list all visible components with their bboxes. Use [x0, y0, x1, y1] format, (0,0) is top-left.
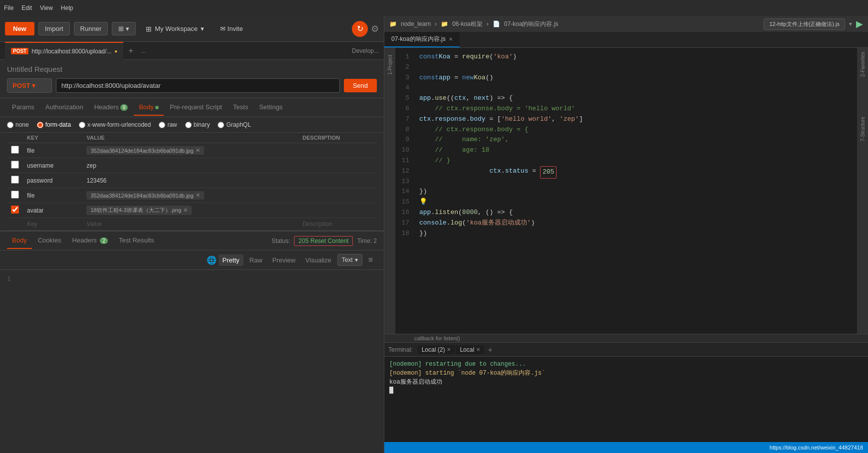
workspace-chevron: ▾: [201, 25, 204, 32]
terminal-add-button[interactable]: +: [485, 346, 495, 354]
row-value: 352daa384124de184ac83cb6ba091db.jpg ✕: [82, 143, 298, 158]
resp-visualize-btn[interactable]: Visualize: [301, 254, 335, 266]
row-checkbox[interactable]: [11, 161, 19, 169]
row-desc: [298, 143, 377, 158]
breadcrumb-sep2: ›: [487, 20, 489, 27]
placeholder-key[interactable]: Key: [23, 218, 82, 230]
radio-none[interactable]: none: [7, 121, 29, 128]
tab-add-button[interactable]: +: [125, 46, 136, 55]
side-project[interactable]: 1-Project: [386, 52, 394, 78]
request-tab[interactable]: POST http://localhost:8000/upload/... ●: [5, 42, 123, 60]
runner-button[interactable]: Runner: [74, 22, 108, 35]
tab-close-icon[interactable]: ✕: [449, 36, 453, 42]
row-value: 18软件工程4-3班课表（大二下）.png ✕: [82, 203, 298, 218]
resp-wrap-btn[interactable]: ≡: [364, 253, 377, 266]
response-section: Body Cookies Headers 2 Test Results Stat…: [0, 230, 384, 453]
row-key: password: [23, 173, 82, 188]
breadcrumb-sep1: ›: [435, 20, 437, 27]
tab-body[interactable]: Body: [134, 99, 164, 116]
file-remove-icon[interactable]: ✕: [196, 147, 200, 154]
sync-button[interactable]: ↻: [352, 21, 368, 37]
file-badge: 352daa384124de184ac83cb6ba091db.jpg ✕: [86, 191, 204, 200]
menu-file[interactable]: File: [4, 4, 13, 11]
invite-button[interactable]: ✉ Invite: [214, 22, 249, 35]
menu-view[interactable]: View: [40, 4, 53, 11]
sync-icon: ↻: [357, 24, 363, 33]
menu-help[interactable]: Help: [61, 4, 73, 11]
row-checkbox[interactable]: [11, 191, 19, 199]
radio-url-encoded[interactable]: x-www-form-urlencoded: [79, 121, 151, 128]
run-icon[interactable]: ▶: [856, 18, 863, 29]
terminal-line: koa服务器启动成功: [389, 378, 863, 387]
folder-icon: 📁: [389, 20, 397, 27]
tab-params[interactable]: Params: [7, 99, 39, 116]
tab-settings[interactable]: Settings: [254, 99, 288, 116]
resp-tab-tests[interactable]: Test Results: [114, 232, 159, 249]
send-button[interactable]: Send: [344, 79, 377, 92]
resp-preview-btn[interactable]: Preview: [269, 254, 299, 266]
row-desc: [298, 188, 377, 203]
method-label: POST: [12, 82, 30, 89]
row-desc: [298, 173, 377, 188]
side-favorites[interactable]: 2-Favorites: [860, 52, 866, 77]
radio-graphql[interactable]: GraphQL: [218, 121, 251, 128]
side-indicators: 1-Project: [384, 48, 395, 334]
terminal-tab-local[interactable]: Local ✕: [456, 345, 484, 354]
row-checkbox[interactable]: [11, 176, 19, 184]
method-select[interactable]: POST ▾: [7, 78, 52, 93]
terminal: Terminal: Local (2) ✕ Local ✕ + [nodemon…: [384, 342, 868, 442]
radio-raw[interactable]: raw: [159, 121, 177, 128]
headers-count-badge: 9: [120, 104, 128, 111]
body-type-row: none form-data x-www-form-urlencoded raw…: [0, 117, 384, 133]
tab-headers[interactable]: Headers9: [89, 99, 133, 116]
response-status-area: Status: 205 Reset Content Time: 2: [272, 236, 377, 246]
settings-icon[interactable]: ⚙: [371, 23, 379, 34]
terminal-line: [nodemon] restarting due to changes...: [389, 360, 863, 369]
tab-method-badge: POST: [11, 48, 28, 54]
menu-edit[interactable]: Edit: [21, 4, 32, 11]
editor-area: 1-Project 12345 678910 1112131415 161718…: [384, 48, 868, 334]
terminal-tab-local2[interactable]: Local (2) ✕: [418, 345, 455, 354]
postman-toolbar: New Import Runner ⊞ ▾ ⊞ My Workspace ▾ ✉…: [0, 16, 384, 42]
resp-pretty-btn[interactable]: Pretty: [219, 254, 244, 266]
row-checkbox[interactable]: [11, 206, 19, 214]
table-row-empty: Key Value Description: [7, 218, 377, 230]
vscode-titlebar: 📁 node_learn › 📁 06-koa框架 › 📄 07-koa的响应内…: [384, 16, 868, 32]
workspace-button[interactable]: ⊞ My Workspace ▾: [140, 22, 210, 35]
status-badge: 205 Reset Content: [294, 236, 353, 246]
tab-tests[interactable]: Tests: [228, 99, 253, 116]
tab-authorization[interactable]: Authorization: [40, 99, 88, 116]
row-key: avatar: [23, 203, 82, 218]
develop-tab[interactable]: Develop...: [352, 47, 379, 54]
resp-tab-body[interactable]: Body: [7, 232, 32, 249]
url-input[interactable]: [56, 78, 340, 93]
import-button[interactable]: Import: [38, 22, 70, 35]
tab-menu-button[interactable]: ...: [138, 47, 149, 54]
placeholder-value[interactable]: Value: [82, 218, 298, 230]
col-value: VALUE: [82, 133, 298, 143]
layout-button[interactable]: ⊞ ▾: [112, 22, 136, 35]
resp-raw-btn[interactable]: Raw: [246, 254, 267, 266]
side-structure[interactable]: 7-Structure: [860, 117, 866, 141]
globe-icon[interactable]: 🌐: [207, 255, 217, 265]
resp-format-chevron: ▾: [355, 256, 358, 263]
new-button[interactable]: New: [5, 22, 34, 35]
file2-tab[interactable]: 12-http文件上传(正确做法).js: [764, 18, 845, 30]
tab-pre-script[interactable]: Pre-request Script: [165, 99, 227, 116]
tabs-bar: POST http://localhost:8000/upload/... ● …: [0, 42, 384, 60]
file-remove-icon[interactable]: ✕: [183, 207, 188, 214]
radio-binary[interactable]: binary: [185, 121, 210, 128]
file-remove-icon[interactable]: ✕: [196, 192, 200, 199]
term-close-icon[interactable]: ✕: [447, 347, 451, 352]
chevron-down-icon[interactable]: ▾: [849, 20, 852, 27]
vscode-active-tab[interactable]: 07-koa的响应内容.js ✕: [384, 32, 460, 47]
resp-tab-headers[interactable]: Headers 2: [67, 232, 113, 249]
term-close-icon2[interactable]: ✕: [476, 347, 480, 352]
row-checkbox[interactable]: [11, 146, 19, 154]
radio-form-data[interactable]: form-data: [37, 121, 71, 128]
file-badge: 352daa384124de184ac83cb6ba091db.jpg ✕: [86, 146, 204, 155]
resp-format-select[interactable]: Text ▾: [337, 254, 362, 266]
row-value: 352daa384124de184ac83cb6ba091db.jpg ✕: [82, 188, 298, 203]
resp-format-label: Text: [342, 256, 353, 263]
resp-tab-cookies[interactable]: Cookies: [33, 232, 66, 249]
